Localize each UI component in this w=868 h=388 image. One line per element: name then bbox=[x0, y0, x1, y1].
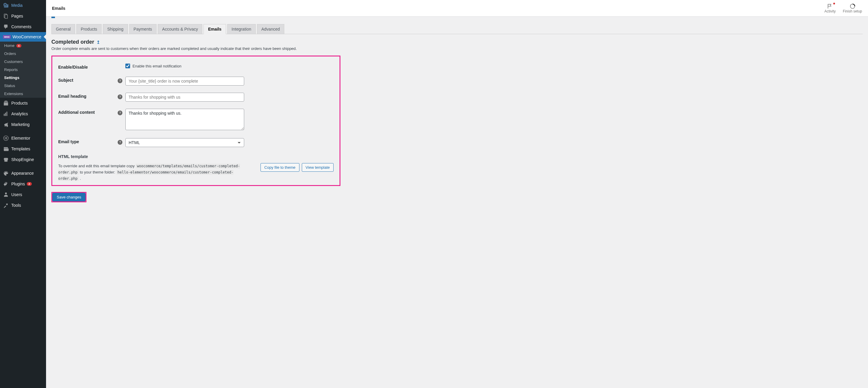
submenu-orders[interactable]: Orders bbox=[0, 50, 46, 58]
sidebar-item-label: Elementor bbox=[11, 136, 30, 141]
sidebar-item-media[interactable]: Media bbox=[0, 0, 46, 11]
submenu-home[interactable]: Home4 bbox=[0, 41, 46, 50]
tab-products[interactable]: Products bbox=[76, 24, 102, 34]
analytics-icon bbox=[3, 111, 9, 117]
submenu-label: Settings bbox=[4, 76, 19, 80]
save-changes-button[interactable]: Save changes bbox=[52, 193, 86, 202]
sidebar-item-templates[interactable]: Templates bbox=[0, 144, 46, 154]
email-type-select[interactable]: HTML bbox=[125, 138, 244, 147]
tab-payments[interactable]: Payments bbox=[129, 24, 157, 34]
sidebar-item-label: Tools bbox=[11, 203, 21, 208]
svg-rect-2 bbox=[4, 114, 5, 116]
enable-disable-label: Enable/Disable bbox=[58, 64, 118, 69]
flag-icon bbox=[827, 3, 833, 9]
svg-rect-9 bbox=[6, 139, 7, 139]
submenu-settings[interactable]: Settings bbox=[0, 74, 46, 82]
main-content: Emails Activity Finish setup General Pro… bbox=[46, 0, 868, 388]
sidebar-item-shopengine[interactable]: ShopEngine bbox=[0, 154, 46, 165]
svg-rect-1 bbox=[5, 15, 7, 19]
sidebar-item-pages[interactable]: Pages bbox=[0, 11, 46, 21]
notification-dot bbox=[833, 3, 835, 4]
sidebar-item-label: Marketing bbox=[11, 122, 29, 127]
sidebar-item-elementor[interactable]: Elementor bbox=[0, 133, 46, 144]
templates-icon bbox=[3, 146, 9, 152]
submenu-reports[interactable]: Reports bbox=[0, 66, 46, 74]
submenu-label: Reports bbox=[4, 67, 18, 72]
finish-setup-button[interactable]: Finish setup bbox=[843, 3, 862, 13]
additional-content-textarea[interactable] bbox=[125, 109, 244, 130]
subject-label: Subject bbox=[58, 77, 118, 83]
sidebar-item-label: Templates bbox=[11, 146, 30, 151]
shopengine-icon bbox=[3, 156, 9, 162]
view-template-button[interactable]: View template bbox=[302, 163, 334, 172]
submenu-label: Customers bbox=[4, 59, 23, 64]
help-icon[interactable]: ? bbox=[118, 140, 122, 145]
tab-emails[interactable]: Emails bbox=[204, 24, 226, 34]
accent-bar bbox=[52, 17, 55, 18]
section-heading-text: Completed order bbox=[52, 39, 94, 45]
products-icon bbox=[3, 100, 9, 106]
content-area: General Products Shipping Payments Accou… bbox=[46, 17, 868, 211]
progress-icon bbox=[849, 3, 856, 9]
submenu-status[interactable]: Status bbox=[0, 82, 46, 90]
tab-integration[interactable]: Integration bbox=[227, 24, 256, 34]
copy-file-button[interactable]: Copy file to theme bbox=[260, 163, 300, 172]
help-icon[interactable]: ? bbox=[118, 79, 122, 83]
html-template-heading: HTML template bbox=[58, 154, 334, 159]
plugins-icon bbox=[3, 181, 9, 187]
sidebar-item-comments[interactable]: Comments bbox=[0, 21, 46, 32]
template-text-suffix: . bbox=[80, 176, 81, 181]
badge: 2 bbox=[27, 182, 32, 186]
svg-rect-6 bbox=[5, 137, 5, 139]
settings-tabs: General Products Shipping Payments Accou… bbox=[52, 24, 863, 34]
sidebar-item-tools[interactable]: Tools bbox=[0, 200, 46, 211]
tab-advanced[interactable]: Advanced bbox=[257, 24, 284, 34]
email-type-label: Email type bbox=[58, 138, 118, 144]
badge: 4 bbox=[16, 44, 21, 48]
sidebar-item-label: ShopEngine bbox=[11, 157, 34, 162]
help-icon[interactable]: ? bbox=[118, 111, 122, 115]
admin-sidebar: Media Pages Comments woo WooCommerce Hom… bbox=[0, 0, 46, 388]
subject-input[interactable] bbox=[125, 77, 244, 86]
section-heading: Completed order ↥ bbox=[52, 39, 863, 45]
sidebar-item-label: Appearance bbox=[11, 171, 34, 176]
sidebar-item-label: Pages bbox=[11, 14, 23, 19]
sidebar-item-products[interactable]: Products bbox=[0, 98, 46, 109]
sidebar-item-label: Media bbox=[11, 3, 23, 8]
back-link[interactable]: ↥ bbox=[97, 40, 100, 44]
sidebar-item-appearance[interactable]: Appearance bbox=[0, 168, 46, 179]
page-title: Emails bbox=[52, 6, 65, 11]
tools-icon bbox=[3, 202, 9, 208]
woocommerce-icon: woo bbox=[3, 35, 11, 39]
sidebar-item-woocommerce[interactable]: woo WooCommerce bbox=[0, 32, 46, 41]
template-text-mid: to your theme folder: bbox=[80, 170, 115, 174]
email-settings-form: Enable/Disable Enable this email notific… bbox=[52, 56, 340, 186]
submenu-label: Home bbox=[4, 43, 14, 48]
section-description: Order complete emails are sent to custom… bbox=[52, 46, 863, 51]
tab-general[interactable]: General bbox=[52, 24, 75, 34]
enable-checkbox[interactable] bbox=[125, 64, 130, 68]
tab-accounts-privacy[interactable]: Accounts & Privacy bbox=[158, 24, 203, 34]
topbar-action-label: Finish setup bbox=[843, 9, 862, 13]
submenu-label: Extensions bbox=[4, 91, 23, 96]
enable-checkbox-label: Enable this email notification bbox=[132, 64, 182, 68]
additional-content-label: Additional content bbox=[58, 109, 118, 115]
help-icon[interactable]: ? bbox=[118, 94, 122, 99]
topbar-actions: Activity Finish setup bbox=[824, 3, 862, 13]
tab-shipping[interactable]: Shipping bbox=[103, 24, 128, 34]
submenu-label: Status bbox=[4, 84, 15, 88]
template-override-text: To override and edit this email template… bbox=[58, 163, 252, 181]
email-heading-input[interactable] bbox=[125, 93, 244, 101]
svg-rect-8 bbox=[6, 138, 7, 139]
sidebar-item-label: Comments bbox=[11, 24, 31, 29]
submenu-customers[interactable]: Customers bbox=[0, 58, 46, 66]
marketing-icon bbox=[3, 121, 9, 127]
sidebar-item-users[interactable]: Users bbox=[0, 189, 46, 200]
activity-button[interactable]: Activity bbox=[824, 3, 836, 13]
woocommerce-submenu: Home4 Orders Customers Reports Settings … bbox=[0, 41, 46, 98]
sidebar-item-plugins[interactable]: Plugins 2 bbox=[0, 179, 46, 189]
sidebar-item-analytics[interactable]: Analytics bbox=[0, 109, 46, 119]
submenu-extensions[interactable]: Extensions bbox=[0, 90, 46, 98]
media-icon bbox=[3, 2, 9, 8]
sidebar-item-marketing[interactable]: Marketing bbox=[0, 119, 46, 130]
